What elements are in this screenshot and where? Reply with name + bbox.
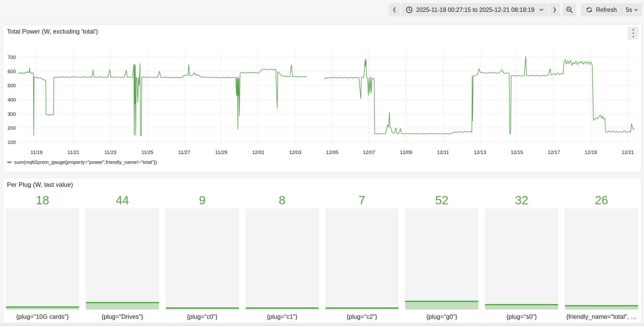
bar-gauge-value: 52 [405, 193, 478, 208]
x-tick-label: 12/19 [585, 150, 597, 155]
bar-gauge-fill [6, 306, 79, 309]
legend-item[interactable]: sum(mqtt2prom_gauge{property="power",fri… [7, 159, 157, 165]
refresh-button[interactable]: Refresh [581, 3, 622, 16]
bar-gauge-label: {friendly_name="total", … [565, 309, 638, 320]
panel-total-power: 10020030040050060070011/1911/2111/2311/2… [3, 25, 641, 172]
bar-gauge: 9{plug="c0"} [166, 193, 239, 320]
bar-gauge-label: {plug="c0"} [166, 309, 239, 320]
bar-gauge-value: 7 [325, 193, 399, 208]
bar-gauge-value: 9 [166, 193, 239, 208]
bar-gauge-label: {plug="g0"} [405, 309, 478, 320]
bar-gauge-fill [166, 307, 239, 309]
bar-gauge: 8{plug="c1"} [246, 193, 319, 320]
bar-gauge-row: 18{plug="10G cards"}44{plug="Drives"}9{p… [6, 193, 638, 320]
refresh-interval-button[interactable]: 5s [622, 3, 642, 16]
x-tick-label: 12/11 [437, 150, 449, 155]
bar-gauge-track [6, 208, 79, 309]
y-tick-label: 700 [7, 55, 16, 60]
bar-gauge-label: {plug="c1"} [246, 309, 319, 320]
series-line [325, 57, 634, 134]
x-tick-label: 11/19 [31, 150, 42, 155]
bar-gauge-fill [86, 302, 159, 309]
panel-title[interactable]: Per Plug (W, last value) [7, 181, 73, 188]
refresh-label: Refresh [596, 6, 617, 13]
legend-series-swatch [7, 161, 12, 163]
y-tick-label: 200 [7, 125, 16, 131]
refresh-button-group: Refresh 5s [581, 3, 642, 16]
y-tick-label: 600 [7, 69, 16, 74]
bar-gauge-label: {plug="c2"} [325, 309, 399, 320]
grafana-dashboard: { "toolbar": { "time_range": "2025-11-18… [0, 0, 644, 326]
x-tick-label: 12/21 [622, 150, 634, 155]
bar-gauge-fill [565, 305, 638, 309]
x-tick-label: 11/21 [67, 150, 79, 155]
y-tick-label: 400 [7, 97, 16, 103]
x-tick-label: 12/17 [548, 150, 560, 155]
bar-gauge-track [565, 208, 638, 309]
horizontal-scrollbar[interactable] [0, 324, 644, 326]
bar-gauge-label: {plug="s0"} [485, 309, 558, 320]
time-range-picker-button[interactable]: 2025-11-18 00:27:15 to 2025-12-21 08:18:… [401, 3, 548, 16]
chevron-right-icon [552, 6, 557, 13]
chevron-down-icon [539, 9, 543, 11]
chevron-down-icon [634, 9, 638, 11]
x-tick-label: 12/09 [400, 150, 412, 155]
bar-gauge-track [86, 208, 159, 309]
bar-gauge-value: 18 [6, 193, 79, 208]
bar-gauge-label: {plug="10G cards"} [6, 309, 79, 320]
time-range-label: 2025-11-18 00:27:15 to 2025-12-21 08:18:… [416, 6, 534, 13]
bar-gauge-fill [325, 307, 399, 309]
bar-gauge-track [485, 208, 558, 309]
x-tick-label: 12/07 [363, 150, 375, 155]
bar-gauge-fill [246, 307, 319, 309]
chart-svg[interactable]: 10020030040050060070011/1911/2111/2311/2… [3, 25, 641, 172]
y-tick-label: 500 [7, 83, 16, 88]
legend-series-label: sum(mqtt2prom_gauge{property="power",fri… [14, 159, 157, 165]
time-shift-back-button[interactable] [389, 3, 400, 16]
bar-gauge-value: 44 [86, 193, 159, 208]
bar-gauge-track [246, 208, 319, 309]
panel-per-plug: Per Plug (W, last value) 18{plug="10G ca… [3, 178, 641, 323]
refresh-icon [586, 6, 593, 13]
bar-gauge: 26{friendly_name="total", … [565, 193, 638, 320]
bar-gauge-fill [405, 301, 478, 309]
x-tick-label: 12/01 [252, 150, 264, 155]
y-tick-label: 100 [7, 139, 16, 145]
x-tick-label: 12/13 [474, 150, 486, 155]
bar-gauge-fill [485, 304, 558, 309]
refresh-interval-label: 5s [626, 6, 632, 13]
clock-icon [406, 6, 413, 13]
bar-gauge-track [325, 208, 399, 309]
magnifier-minus-icon [566, 6, 573, 14]
x-tick-label: 12/05 [326, 150, 338, 155]
bar-gauge-value: 8 [246, 193, 319, 208]
x-tick-label: 12/03 [289, 150, 301, 155]
y-tick-label: 300 [7, 111, 16, 117]
bar-gauge-track [405, 208, 478, 309]
bar-gauge: 32{plug="s0"} [485, 193, 558, 320]
x-tick-label: 11/25 [141, 150, 153, 155]
x-tick-label: 12/15 [511, 150, 523, 155]
bar-gauge: 18{plug="10G cards"} [6, 193, 79, 320]
bar-gauge-value: 32 [485, 193, 558, 208]
bar-gauge-track [166, 208, 239, 309]
time-shift-forward-button[interactable] [549, 3, 560, 16]
x-tick-label: 11/23 [104, 150, 116, 155]
zoom-out-time-button[interactable] [563, 3, 576, 16]
bar-gauge: 44{plug="Drives"} [86, 193, 159, 320]
bar-gauge-label: {plug="Drives"} [86, 309, 159, 320]
x-tick-label: 11/29 [215, 150, 227, 155]
panel-menu-kebab-icon[interactable] [628, 27, 639, 40]
panel-title[interactable]: Total Power (W, excluding 'total') [7, 28, 98, 35]
chevron-left-icon [392, 6, 397, 13]
bar-gauge: 52{plug="g0"} [405, 193, 478, 320]
bar-gauge-value: 26 [565, 193, 638, 208]
bar-gauge: 7{plug="c2"} [325, 193, 399, 320]
x-tick-label: 11/27 [178, 150, 190, 155]
time-toolbar: 2025-11-18 00:27:15 to 2025-12-21 08:18:… [389, 3, 642, 16]
